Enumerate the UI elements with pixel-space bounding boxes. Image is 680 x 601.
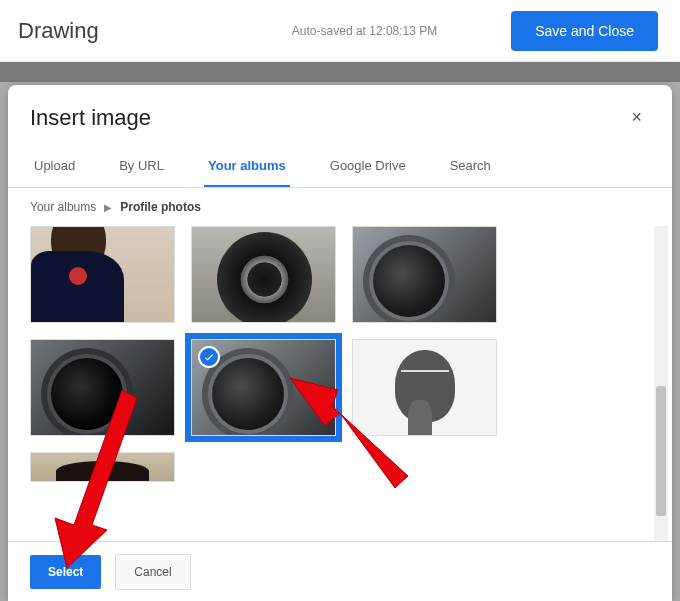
thumbnail-photo-4[interactable] [30, 339, 175, 436]
chevron-right-icon: ▶ [104, 202, 112, 213]
selected-checkmark-icon [198, 346, 220, 368]
thumbnail-photo-3[interactable] [352, 226, 497, 323]
breadcrumb: Your albums ▶ Profile photos [8, 188, 672, 226]
thumbnail-photo-7-partial[interactable] [30, 452, 175, 482]
breadcrumb-current: Profile photos [120, 200, 201, 214]
modal-title: Insert image [30, 105, 151, 131]
breadcrumb-root[interactable]: Your albums [30, 200, 96, 214]
scrollbar-thumb[interactable] [656, 386, 666, 516]
cancel-button[interactable]: Cancel [115, 554, 190, 590]
insert-image-modal: Insert image × Upload By URL Your albums… [8, 85, 672, 601]
thumbnail-photo-1[interactable] [30, 226, 175, 323]
close-button[interactable]: × [623, 103, 650, 132]
app-title: Drawing [18, 18, 99, 44]
modal-tabs: Upload By URL Your albums Google Drive S… [8, 140, 672, 188]
background-toolbar-dimmed [0, 62, 680, 82]
tab-google-drive[interactable]: Google Drive [326, 148, 410, 187]
tab-search[interactable]: Search [446, 148, 495, 187]
drawing-app-bar: Drawing Auto-saved at 12:08:13 PM Save a… [0, 0, 680, 62]
thumbnail-photo-2[interactable] [191, 226, 336, 323]
save-and-close-button[interactable]: Save and Close [511, 11, 658, 51]
select-button[interactable]: Select [30, 555, 101, 589]
tab-your-albums[interactable]: Your albums [204, 148, 290, 187]
tab-upload[interactable]: Upload [30, 148, 79, 187]
modal-footer: Select Cancel [8, 541, 672, 601]
thumbnail-photo-6[interactable] [352, 339, 497, 436]
scrollbar-track[interactable] [654, 226, 668, 546]
tab-by-url[interactable]: By URL [115, 148, 168, 187]
thumbnail-grid-container [8, 226, 672, 546]
thumbnail-photo-5-selected[interactable] [191, 339, 336, 436]
thumbnail-grid [30, 226, 650, 482]
autosave-status: Auto-saved at 12:08:13 PM [218, 24, 511, 38]
modal-header: Insert image × [8, 85, 672, 140]
